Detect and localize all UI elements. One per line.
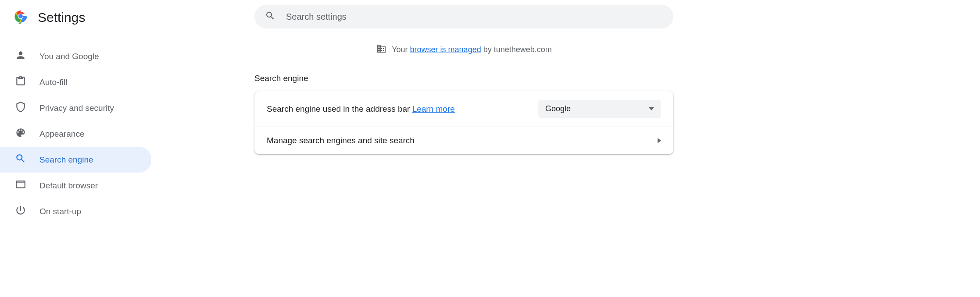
- section-title: Search engine: [254, 74, 673, 83]
- managed-notice: Your browser is managed by tunetheweb.co…: [254, 35, 673, 65]
- learn-more-link[interactable]: Learn more: [412, 104, 455, 113]
- chevron-right-icon: [658, 138, 661, 143]
- shield-icon: [15, 101, 26, 115]
- managed-text: Your browser is managed by tunetheweb.co…: [392, 45, 552, 54]
- search-engine-dropdown[interactable]: Google: [538, 100, 661, 118]
- sidebar-item-label: On start-up: [39, 207, 81, 216]
- svg-point-2: [18, 14, 23, 18]
- header: Settings: [0, 0, 980, 35]
- search-engine-row: Search engine used in the address bar Le…: [254, 91, 673, 127]
- chevron-down-icon: [649, 107, 654, 110]
- sidebar-item-search-engine[interactable]: Search engine: [0, 147, 151, 173]
- sidebar-item-label: Appearance: [39, 129, 84, 139]
- manage-search-engines-row[interactable]: Manage search engines and site search: [254, 127, 673, 154]
- search-icon: [265, 11, 275, 23]
- sidebar-item-privacy[interactable]: Privacy and security: [0, 95, 151, 121]
- sidebar-item-default-browser[interactable]: Default browser: [0, 173, 151, 198]
- search-input[interactable]: [286, 12, 663, 22]
- search-icon: [15, 153, 26, 166]
- dropdown-value: Google: [545, 104, 571, 113]
- row-label: Manage search engines and site search: [267, 136, 415, 145]
- sidebar-item-label: Default browser: [39, 181, 98, 191]
- sidebar-item-label: Auto-fill: [39, 78, 67, 87]
- row-label: Search engine used in the address bar Le…: [267, 104, 455, 114]
- managed-link[interactable]: browser is managed: [410, 45, 481, 54]
- sidebar-item-startup[interactable]: On start-up: [0, 198, 151, 224]
- sidebar-item-label: You and Google: [39, 52, 99, 61]
- page-title: Settings: [38, 10, 85, 25]
- chrome-logo-icon: [13, 9, 28, 26]
- sidebar-item-appearance[interactable]: Appearance: [0, 121, 151, 147]
- search-bar[interactable]: [254, 5, 673, 28]
- power-icon: [15, 205, 26, 218]
- palette-icon: [15, 127, 26, 141]
- sidebar-item-label: Search engine: [39, 155, 93, 165]
- clipboard-icon: [15, 75, 26, 89]
- sidebar-item-you-and-google[interactable]: You and Google: [0, 43, 151, 69]
- main-content: Your browser is managed by tunetheweb.co…: [151, 35, 980, 224]
- sidebar-item-label: Privacy and security: [39, 103, 114, 113]
- browser-icon: [15, 179, 26, 192]
- sidebar: You and Google Auto-fill Privacy and sec…: [0, 35, 151, 224]
- person-icon: [15, 50, 26, 63]
- settings-card: Search engine used in the address bar Le…: [254, 91, 673, 154]
- domain-icon: [376, 43, 386, 56]
- sidebar-item-autofill[interactable]: Auto-fill: [0, 69, 151, 95]
